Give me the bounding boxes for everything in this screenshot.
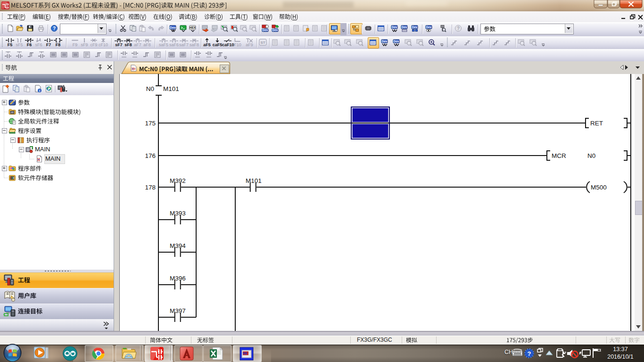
svg-text:178: 178 [145,184,156,191]
svg-text:N0: N0 [146,85,154,92]
svg-text:M101: M101 [246,177,262,184]
svg-text:?: ? [528,350,531,357]
svg-text:N0: N0 [587,152,595,159]
svg-text:176: 176 [145,152,156,159]
svg-text:M397: M397 [170,307,186,314]
svg-text:M396: M396 [170,275,186,282]
svg-text:MCR: MCR [552,152,566,159]
svg-text:M392: M392 [170,177,186,184]
svg-text:M500: M500 [591,184,607,191]
svg-text:M394: M394 [170,242,186,249]
svg-text:RET: RET [590,120,603,127]
svg-text:175: 175 [145,120,156,127]
svg-text:M101: M101 [163,85,179,92]
svg-text:M393: M393 [170,210,186,217]
